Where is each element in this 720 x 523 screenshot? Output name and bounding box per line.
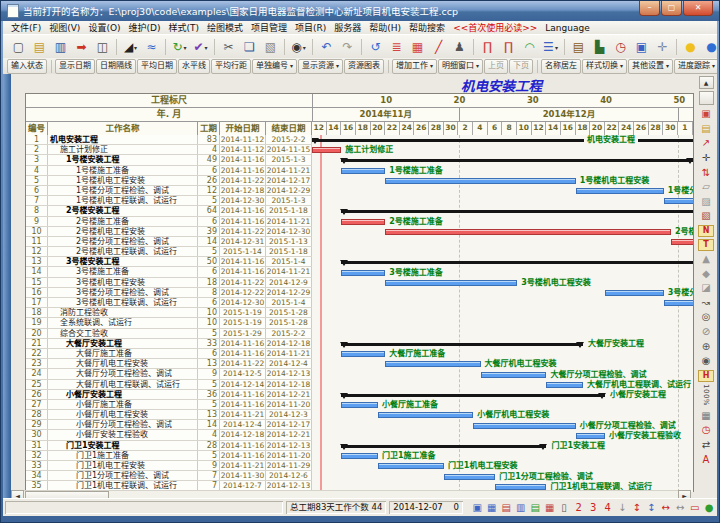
save-button[interactable]: ▥ — [50, 37, 71, 58]
table-row[interactable]: 173号楼机电工程联调、试运行62014-12-302015-1-4 — [26, 298, 312, 308]
task-bar[interactable] — [341, 402, 378, 408]
print-preview-button[interactable]: ◫ — [92, 37, 113, 58]
table-row[interactable]: 21大餐厅安装工程332014-11-162014-12-18 — [26, 339, 312, 349]
start-date-cell[interactable]: 2014-12-30 — [220, 298, 266, 307]
task-bar[interactable] — [664, 300, 693, 306]
format-colors-icon[interactable]: ▣ — [698, 107, 714, 122]
row-number-cell[interactable]: 15 — [26, 278, 48, 287]
clock-icon[interactable]: ◷ — [698, 423, 714, 438]
task-name-cell[interactable]: 3号楼安装工程 — [48, 257, 198, 266]
start-date-cell[interactable]: 2014-12-5 — [220, 369, 266, 378]
task-name-cell[interactable]: 机电安装工程 — [48, 135, 198, 144]
duration-cell[interactable]: 33 — [198, 339, 220, 348]
table-row[interactable]: 163号楼分项工程检验、调试82014-12-222014-12-29 — [26, 288, 312, 298]
start-date-cell[interactable]: 2014-12-22 — [220, 288, 266, 297]
menu-item[interactable]: 设置(O) — [84, 21, 124, 34]
zoom-level-label[interactable]: 100% — [698, 383, 714, 409]
task-name-cell[interactable]: 大餐厅施工准备 — [48, 349, 198, 358]
start-date-cell[interactable]: 2014-11-21 — [220, 410, 266, 419]
format-lines-button[interactable]: ☰▾ — [540, 37, 561, 58]
row-number-cell[interactable]: 13 — [26, 257, 48, 266]
table-row[interactable]: 34门卫1分项工程检验、调试72014-11-302014-12-6 — [26, 471, 312, 481]
menu-item[interactable]: 绘图模式 — [203, 21, 247, 34]
task-name-cell[interactable]: 2号楼分项工程检验、调试 — [48, 237, 198, 246]
table-row[interactable]: 29小餐厅分项工程检验、调试142014-12-42014-12-17 — [26, 420, 312, 430]
duration-cell[interactable]: 4 — [198, 145, 220, 154]
outline-level-2-icon[interactable]: 2 — [571, 500, 586, 515]
bar-style-button[interactable]: ≣ — [386, 37, 407, 58]
end-date-cell[interactable]: 2014-11-15 — [266, 145, 312, 154]
task-bar[interactable] — [481, 372, 547, 378]
start-date-cell[interactable]: 2014-11-16 — [220, 155, 266, 164]
move-icon[interactable]: ✛ — [698, 151, 714, 166]
end-date-cell[interactable]: 2015-1-13 — [266, 237, 312, 246]
end-date-cell[interactable]: 2014-12-17 — [266, 176, 312, 185]
row-number-cell[interactable]: 5 — [26, 176, 48, 185]
duration-cell[interactable]: 13 — [198, 410, 220, 419]
arc-chart-button[interactable]: ◠ — [519, 37, 540, 58]
table-row[interactable]: 153号楼机电工程安装182014-11-222014-12-9 — [26, 278, 312, 288]
row-number-cell[interactable]: 9 — [26, 217, 48, 226]
duration-cell[interactable]: 28 — [198, 441, 220, 450]
row-number-cell[interactable]: 7 — [26, 196, 48, 205]
duration-cell[interactable]: 64 — [198, 206, 220, 215]
start-date-cell[interactable]: 2014-11-16 — [220, 339, 266, 348]
view-toolbar-button[interactable]: 单独编号▾ — [252, 59, 297, 74]
find-button[interactable]: ◉▾ — [288, 37, 309, 58]
end-date-cell[interactable]: 2014-12-6 — [266, 471, 312, 480]
view-toolbar-button[interactable]: 显示资源▾ — [298, 59, 343, 74]
table-row[interactable]: 71号楼机电工程联调、试运行52014-12-302015-1-3 — [26, 196, 312, 206]
zoom-select-icon[interactable]: ◎ — [698, 310, 714, 325]
start-date-cell[interactable]: 2014-12-31 — [220, 237, 266, 246]
end-date-cell[interactable]: 2015-1-28 — [266, 318, 312, 327]
menu-item[interactable]: Language — [541, 23, 593, 33]
table-row[interactable]: 24大餐厅分项工程检验、调试92014-12-52014-12-13 — [26, 369, 312, 379]
table-row[interactable]: 143号楼施工准备62014-11-162014-11-21 — [26, 267, 312, 277]
summary-bar[interactable] — [341, 445, 546, 448]
library-button[interactable]: ▤ — [568, 37, 589, 58]
row-number-cell[interactable]: 20 — [26, 329, 48, 338]
duration-cell[interactable]: 6 — [198, 349, 220, 358]
menu-item[interactable]: 维护(D) — [125, 21, 165, 34]
start-date-cell[interactable]: 2014-11-16 — [220, 400, 266, 409]
start-date-cell[interactable]: 2014-11-16 — [220, 257, 266, 266]
task-bar[interactable] — [385, 280, 517, 286]
duration-cell[interactable]: 9 — [198, 369, 220, 378]
end-date-cell[interactable]: 2014-12-29 — [266, 288, 312, 297]
table-row[interactable]: 51号楼机电工程安装262014-11-222014-12-17 — [26, 176, 312, 186]
end-date-cell[interactable]: 2015-2-2 — [266, 135, 312, 144]
task-name-cell[interactable]: 小餐厅安装工程 — [48, 390, 198, 399]
end-date-cell[interactable]: 2014-12-21 — [266, 430, 312, 439]
table-row[interactable]: 82号楼安装工程642014-11-162015-1-18 — [26, 206, 312, 216]
row-number-cell[interactable]: 30 — [26, 430, 48, 439]
duration-cell[interactable]: 10 — [198, 318, 220, 327]
task-name-cell[interactable]: 大餐厅机电工程安装 — [48, 359, 198, 368]
table-row[interactable]: 27小餐厅施工准备52014-11-162014-11-20 — [26, 400, 312, 410]
start-date-cell[interactable]: 2015-1-19 — [220, 318, 266, 327]
task-bar[interactable] — [341, 219, 385, 225]
scroll-up-button[interactable]: ▲ — [699, 76, 714, 89]
task-bar[interactable] — [473, 423, 576, 429]
row-number-cell[interactable]: 18 — [26, 308, 48, 317]
task-name-cell[interactable]: 小餐厅机电工程安装 — [48, 410, 198, 419]
end-date-cell[interactable]: 2014-11-21 — [266, 217, 312, 226]
table-row[interactable]: 25大餐厅机电工程联调、试运行52014-12-142014-12-18 — [26, 380, 312, 390]
task-link-button[interactable]: ↺ — [365, 37, 386, 58]
task-name-cell[interactable]: 1号楼机电工程联调、试运行 — [48, 196, 198, 205]
table-row[interactable]: 31号楼安装工程492014-11-162015-1-3 — [26, 155, 312, 165]
task-bar[interactable] — [576, 433, 605, 439]
end-date-cell[interactable]: 2014-11-21 — [266, 166, 312, 175]
text-icon[interactable]: T — [698, 239, 714, 251]
table-row[interactable]: 41号楼施工准备62014-11-162014-11-21 — [26, 166, 312, 176]
start-date-cell[interactable]: 2014-11-30 — [220, 471, 266, 480]
row-number-cell[interactable]: 21 — [26, 339, 48, 348]
task-bar[interactable] — [576, 188, 664, 194]
duration-cell[interactable]: 6 — [198, 267, 220, 276]
table-row[interactable]: 30小餐厅安装工程验收42014-12-182014-12-21 — [26, 430, 312, 440]
duration-cell[interactable]: 5 — [198, 329, 220, 338]
end-date-cell[interactable]: 2015-1-18 — [266, 247, 312, 256]
task-bar[interactable] — [671, 239, 693, 245]
view-toolbar-button[interactable]: 平均行距 — [211, 59, 251, 74]
zoom-region-icon[interactable]: ▭ — [687, 500, 702, 515]
navigate-button[interactable]: ✛ — [652, 37, 673, 58]
